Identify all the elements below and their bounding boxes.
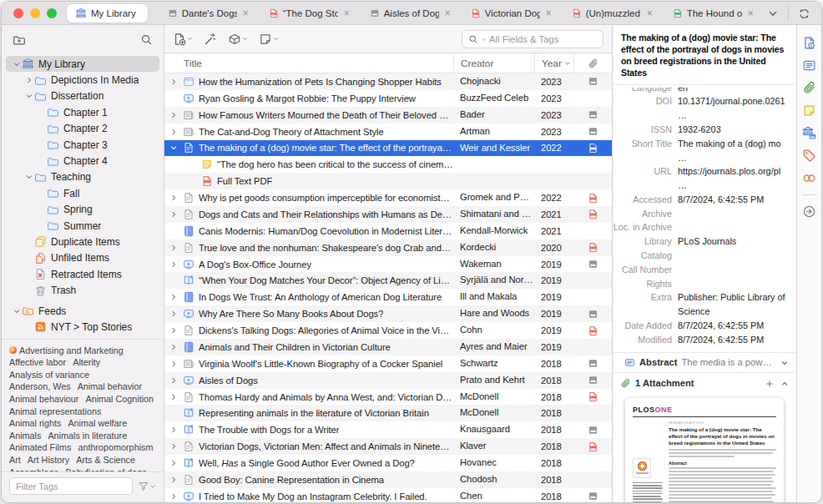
add-by-identifier-button[interactable] — [204, 33, 217, 46]
sidebar-item-summer[interactable]: Summer — [6, 218, 159, 234]
close-tab-icon[interactable]: × — [243, 8, 249, 18]
tag[interactable]: Animal behaviour — [9, 393, 78, 406]
item-row[interactable]: “The dog hero has been critical to the s… — [164, 156, 612, 173]
sidebar-item-duplicate-items[interactable]: Duplicate Items — [6, 234, 159, 249]
twisty[interactable] — [168, 260, 179, 269]
twisty[interactable] — [23, 173, 34, 181]
twisty[interactable] — [168, 459, 179, 467]
close-tab-icon[interactable]: × — [445, 8, 451, 18]
tag[interactable]: Animal rights — [9, 417, 61, 430]
twisty[interactable] — [168, 343, 179, 351]
sidebar-item-nyt-top-stories[interactable]: NYT > Top Stories — [6, 319, 159, 335]
collection-search-button[interactable] — [140, 32, 153, 47]
twisty[interactable] — [23, 92, 34, 100]
twisty[interactable] — [23, 76, 34, 84]
minimize-window-button[interactable] — [30, 8, 40, 18]
field-value[interactable]: PLoS Journals — [678, 234, 791, 263]
item-row[interactable]: In Dogs We Trust: An Anthology of Americ… — [164, 289, 612, 305]
twisty[interactable] — [168, 144, 179, 152]
attachment-preview[interactable]: PLOSONE — [613, 393, 796, 502]
item-row[interactable]: I Tried to Make My Dog an Instagram Cele… — [164, 488, 612, 502]
sidebar-item-my-library[interactable]: My Library — [6, 56, 159, 72]
column-year-sorted[interactable]: Year — [534, 53, 573, 73]
tag[interactable]: Animated Films — [9, 441, 71, 454]
item-row[interactable]: Representing animals in the literature o… — [164, 405, 612, 421]
field-value[interactable] — [678, 277, 791, 291]
attachments-pane-button[interactable] — [802, 81, 816, 95]
item-row[interactable]: The making of a (dog) movie star: The ef… — [164, 140, 612, 157]
close-tab-icon[interactable]: × — [546, 8, 552, 18]
quick-search-input[interactable]: All Fields & Tags — [462, 30, 603, 48]
item-row[interactable]: Thomas Hardy and Animals by Anna West, a… — [164, 389, 612, 406]
field-value[interactable]: 8/7/2024, 6:42:55 PM — [678, 333, 791, 347]
field-value[interactable]: 10.1371/journal.pone.0261 … — [678, 94, 791, 123]
sidebar-item-fall[interactable]: Fall — [6, 185, 159, 201]
twisty[interactable] — [168, 376, 179, 385]
field-value[interactable]: 1932-6203 — [678, 123, 791, 137]
twisty[interactable] — [168, 128, 179, 136]
new-collection-button[interactable] — [13, 32, 26, 47]
twisty[interactable] — [168, 492, 179, 501]
item-row[interactable]: Dogs and Cats and Their Relationships wi… — [164, 206, 612, 223]
twisty[interactable] — [168, 426, 179, 434]
column-creator[interactable]: Creator — [453, 53, 534, 73]
twisty[interactable] — [168, 210, 179, 219]
collapse-attachments-button[interactable] — [780, 378, 789, 388]
tab-my-library[interactable]: My Library — [67, 4, 148, 23]
item-row[interactable]: Victorian Dogs, Victorian Men: Affect an… — [164, 438, 612, 455]
item-row[interactable]: Aisles of DogsPrato and Kehrt2018 — [164, 372, 612, 389]
item-row[interactable]: Good Boy: Canine Representation in Cinem… — [164, 471, 612, 488]
sidebar-item-chapter-2[interactable]: Chapter 2 — [6, 121, 159, 137]
field-value[interactable]: 8/7/2024, 6:42:55 PM — [678, 193, 791, 207]
abstract-section[interactable]: Abstract The media is a powerful forc… — [613, 352, 796, 373]
field-value[interactable] — [678, 220, 791, 234]
twisty[interactable] — [168, 442, 179, 451]
field-value[interactable] — [678, 207, 791, 221]
close-tab-icon[interactable]: × — [748, 8, 754, 18]
sidebar-item-unfiled-items[interactable]: Unfiled Items — [6, 250, 159, 266]
sidebar-item-teaching[interactable]: Teaching — [6, 169, 159, 185]
tag[interactable]: Analysis of variance — [9, 369, 89, 381]
zoom-window-button[interactable] — [47, 8, 57, 18]
item-row[interactable]: Ryan Gosling & Margot Robbie: The Puppy … — [164, 90, 612, 107]
sidebar-item-dissertation[interactable]: Dissertation — [6, 88, 159, 104]
notes-pane-button[interactable] — [802, 103, 816, 118]
twisty[interactable] — [11, 60, 22, 68]
twisty[interactable] — [168, 310, 179, 318]
twisty[interactable] — [11, 307, 22, 315]
reader-tab[interactable]: The Hound of the Ba× — [664, 4, 762, 23]
item-row[interactable]: How Famous Writers Mourned the Death of … — [164, 107, 612, 123]
column-title[interactable]: Title — [164, 53, 453, 73]
filter-tags-input[interactable]: Filter Tags — [9, 477, 133, 495]
twisty[interactable] — [168, 111, 179, 119]
twisty[interactable] — [168, 476, 179, 484]
item-row[interactable]: Well, Has a Single Good Author Ever Owne… — [164, 455, 612, 471]
reader-tab[interactable]: Dante's Dogs - Man× — [159, 4, 257, 23]
new-item-button[interactable] — [173, 33, 193, 46]
twisty[interactable] — [168, 78, 179, 86]
info-pane-button[interactable] — [802, 36, 816, 50]
sidebar-item-trash[interactable]: Trash — [6, 282, 159, 298]
item-row[interactable]: Dickens's Talking Dogs: Allegories of An… — [164, 322, 612, 339]
new-note-button[interactable] — [259, 33, 279, 46]
add-attachment-button[interactable] — [765, 377, 775, 388]
tag[interactable]: Animal behavior — [78, 381, 142, 393]
tag[interactable]: Animals — [9, 430, 41, 442]
tag[interactable]: Affective labor — [9, 356, 66, 369]
close-tab-icon[interactable]: × — [647, 8, 653, 18]
libraries-pane-button[interactable] — [802, 126, 816, 140]
sidebar-item-retracted-items[interactable]: Retracted Items — [6, 266, 159, 282]
twisty[interactable] — [168, 326, 179, 335]
item-row[interactable]: “When Your Dog Matches Your Decor”: Obje… — [164, 272, 612, 289]
sync-button[interactable] — [794, 6, 815, 21]
item-row[interactable]: The Trouble with Dogs for a WriterKnausg… — [164, 421, 612, 438]
sidebar-item-chapter-3[interactable]: Chapter 3 — [6, 137, 159, 153]
reader-tab[interactable]: Aisles of Dogs - Pra× — [361, 4, 459, 23]
item-row[interactable]: Full Text PDF — [164, 173, 612, 189]
sidebar-item-chapter-1[interactable]: Chapter 1 — [6, 104, 159, 120]
reader-tab[interactable]: (Un)muzzled: Dogs× — [563, 4, 661, 23]
tag[interactable]: Art — [9, 454, 21, 466]
item-row[interactable]: Why Are There So Many Books About Dogs?H… — [164, 305, 612, 322]
item-row[interactable]: Canis Modernis: Human/Dog Coevolution in… — [164, 223, 612, 239]
twisty[interactable] — [168, 393, 179, 401]
